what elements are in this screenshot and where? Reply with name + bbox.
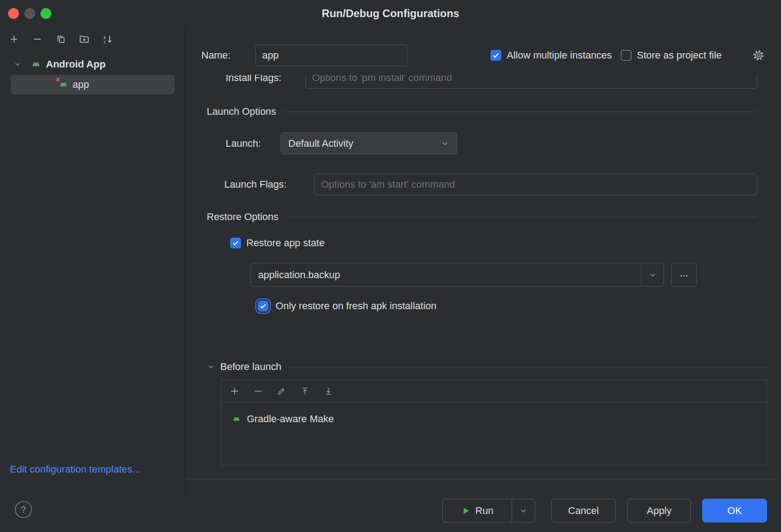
before-launch-header-text: Before launch bbox=[220, 361, 282, 373]
combobox-chevron-button[interactable] bbox=[641, 263, 663, 286]
launch-row: Launch: Default Activity bbox=[186, 132, 781, 154]
before-launch-section-header: Before launch bbox=[207, 360, 767, 374]
task-toolbar bbox=[222, 380, 767, 402]
section-divider bbox=[286, 217, 757, 217]
android-error-icon: × bbox=[58, 79, 69, 90]
help-button[interactable]: ? bbox=[15, 501, 32, 518]
install-flags-label: Install Flags: bbox=[226, 75, 282, 89]
launch-flags-label: Launch Flags: bbox=[224, 174, 286, 195]
android-icon bbox=[232, 414, 241, 424]
install-flags-row: Install Flags: bbox=[186, 75, 781, 89]
only-restore-checkbox[interactable] bbox=[258, 301, 268, 311]
dialog-footer: ? Run Cancel Apply OK bbox=[0, 493, 781, 532]
form-scroll-content: Install Flags: Launch Options Launch: De… bbox=[186, 75, 781, 471]
play-icon bbox=[461, 506, 471, 516]
restore-options-section-header: Restore Options bbox=[207, 210, 757, 224]
run-split-button: Run bbox=[442, 499, 535, 523]
only-restore-option: Only restore on fresh apk installation bbox=[258, 299, 436, 313]
error-badge-icon: × bbox=[55, 76, 60, 84]
titlebar: Run/Debug Configurations bbox=[0, 0, 781, 27]
edit-configuration-templates-link[interactable]: Edit configuration templates... bbox=[10, 464, 141, 475]
edit-task-button[interactable] bbox=[276, 386, 287, 397]
tree-item-app-selected[interactable]: × app bbox=[11, 75, 175, 95]
browse-backup-file-button[interactable]: ... bbox=[671, 263, 697, 287]
tree-group-label: Android App bbox=[46, 59, 105, 70]
store-as-project-file-label: Store as project file bbox=[637, 50, 722, 61]
name-input[interactable] bbox=[255, 45, 407, 66]
launch-options-section-header: Launch Options bbox=[207, 105, 757, 118]
new-folder-button[interactable] bbox=[77, 32, 91, 47]
restore-app-state-checkbox[interactable] bbox=[230, 238, 241, 248]
chevron-down-icon[interactable] bbox=[14, 60, 22, 68]
android-icon bbox=[31, 59, 41, 70]
allow-multiple-instances-option: Allow multiple instances bbox=[490, 45, 612, 66]
backup-file-row: application.backup ... bbox=[250, 263, 767, 287]
backup-file-value: application.backup bbox=[251, 263, 641, 286]
configurations-sidebar: Android App × app Edit configuration tem… bbox=[0, 27, 186, 493]
copy-configuration-button[interactable] bbox=[54, 32, 68, 47]
add-task-button[interactable] bbox=[229, 386, 240, 397]
remove-task-button[interactable] bbox=[253, 386, 263, 397]
task-list-item[interactable]: Gradle-aware Make bbox=[222, 413, 767, 425]
store-as-project-file-option: Store as project file bbox=[621, 45, 722, 66]
restore-app-state-option: Restore app state bbox=[230, 237, 325, 249]
launch-flags-row: Launch Flags: bbox=[186, 174, 781, 195]
launch-dropdown-value: Default Activity bbox=[288, 138, 440, 149]
allow-multiple-instances-checkbox[interactable] bbox=[490, 50, 501, 61]
backup-file-combobox[interactable]: application.backup bbox=[250, 263, 664, 287]
section-divider bbox=[283, 112, 757, 112]
store-as-project-file-checkbox[interactable] bbox=[621, 50, 631, 61]
name-row: Name: Allow multiple instances Store as … bbox=[201, 45, 766, 66]
chevron-down-icon bbox=[440, 139, 450, 148]
restore-app-state-label: Restore app state bbox=[246, 237, 325, 249]
launch-label: Launch: bbox=[226, 132, 261, 154]
remove-configuration-button[interactable] bbox=[31, 32, 44, 47]
ok-button[interactable]: OK bbox=[702, 499, 767, 523]
section-divider bbox=[290, 367, 767, 367]
move-task-down-button[interactable] bbox=[323, 386, 334, 397]
launch-options-header-text: Launch Options bbox=[207, 106, 276, 117]
move-task-up-button[interactable] bbox=[300, 386, 310, 397]
add-configuration-button[interactable] bbox=[7, 32, 21, 47]
run-button[interactable]: Run bbox=[443, 499, 512, 522]
window-title: Run/Debug Configurations bbox=[0, 0, 781, 27]
sidebar-toolbar bbox=[7, 32, 114, 47]
apply-button[interactable]: Apply bbox=[627, 499, 691, 523]
tree-item-label: app bbox=[73, 79, 89, 90]
launch-flags-input[interactable] bbox=[314, 174, 757, 195]
allow-multiple-instances-label: Allow multiple instances bbox=[507, 50, 612, 61]
run-debug-configurations-dialog: Run/Debug Configurations Android App × a… bbox=[0, 0, 781, 532]
install-flags-input[interactable] bbox=[305, 75, 757, 89]
run-button-label: Run bbox=[475, 505, 493, 517]
cancel-button[interactable]: Cancel bbox=[551, 499, 616, 523]
only-restore-label: Only restore on fresh apk installation bbox=[276, 300, 436, 312]
collapse-chevron-down-icon[interactable] bbox=[207, 363, 215, 371]
name-label: Name: bbox=[201, 45, 231, 66]
restore-options-header-text: Restore Options bbox=[207, 211, 278, 223]
sort-configurations-button[interactable] bbox=[101, 32, 114, 47]
form-scroll-area[interactable]: Install Flags: Launch Options Launch: De… bbox=[186, 75, 781, 479]
run-options-chevron-button[interactable] bbox=[512, 499, 535, 522]
tree-group-android-app[interactable]: Android App bbox=[0, 55, 185, 73]
settings-gear-icon[interactable] bbox=[751, 48, 766, 63]
launch-dropdown[interactable]: Default Activity bbox=[281, 132, 457, 154]
task-label: Gradle-aware Make bbox=[247, 413, 334, 425]
before-launch-task-list: Gradle-aware Make bbox=[221, 379, 767, 465]
configuration-form: Name: Allow multiple instances Store as … bbox=[186, 27, 781, 493]
